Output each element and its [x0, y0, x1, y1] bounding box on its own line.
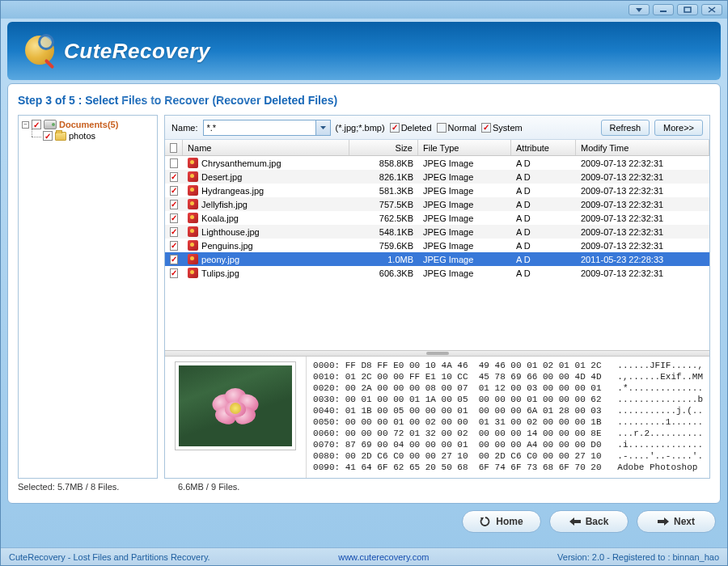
file-row[interactable]: Koala.jpg762.5KBJPEG ImageA D2009-07-13 …: [165, 211, 709, 225]
file-type: JPEG Image: [418, 158, 511, 168]
filter-pattern-input[interactable]: [203, 120, 316, 136]
home-button[interactable]: Home: [462, 510, 541, 533]
preview-splitter[interactable]: [165, 350, 709, 357]
status-selected: Selected: 5.7MB / 8 Files.: [18, 482, 178, 492]
file-time: 2011-05-23 22:28:33: [576, 255, 709, 264]
header-size[interactable]: Size: [349, 140, 418, 155]
header-modify-time[interactable]: Modify Time: [576, 140, 709, 155]
file-type: JPEG Image: [418, 213, 511, 223]
app-title-reflection: CuteRecovery: [121, 86, 262, 111]
folder-tree[interactable]: − Documents(5) photos: [18, 115, 158, 479]
file-size: 757.5KB: [349, 200, 418, 209]
tree-root-label: Documents(5): [59, 120, 118, 129]
home-label: Home: [496, 516, 523, 527]
deleted-checkbox[interactable]: [390, 123, 400, 133]
file-row[interactable]: Chrysanthemum.jpg858.8KBJPEG ImageA D200…: [165, 156, 709, 170]
file-checkbox[interactable]: [170, 268, 178, 278]
file-size: 762.5KB: [349, 213, 418, 223]
file-row[interactable]: Lighthouse.jpg548.1KBJPEG ImageA D2009-0…: [165, 225, 709, 239]
file-type: JPEG Image: [418, 186, 511, 196]
file-attribute: A D: [511, 172, 576, 182]
file-time: 2009-07-13 22:32:31: [576, 200, 709, 209]
collapse-icon[interactable]: −: [22, 121, 29, 129]
tree-child[interactable]: photos: [43, 130, 154, 142]
file-checkbox[interactable]: [170, 172, 178, 182]
header-name[interactable]: Name: [183, 140, 349, 155]
svg-rect-1: [660, 11, 667, 12]
image-file-icon: [188, 254, 198, 264]
system-checkbox[interactable]: [481, 123, 491, 133]
app-window: CuteRecovery CuteRecovery Step 3 of 5 : …: [0, 0, 728, 566]
file-type: JPEG Image: [418, 241, 511, 251]
svg-marker-8: [658, 517, 669, 526]
header-checkbox-col[interactable]: [165, 140, 183, 155]
file-time: 2009-07-13 22:32:31: [576, 186, 709, 196]
file-checkbox[interactable]: [170, 158, 178, 168]
refresh-icon: [480, 516, 491, 527]
file-checkbox[interactable]: [170, 213, 178, 223]
file-attribute: A D: [511, 255, 576, 264]
normal-checkbox[interactable]: [437, 123, 447, 133]
file-time: 2009-07-13 22:32:31: [576, 241, 709, 251]
file-row[interactable]: Penguins.jpg759.6KBJPEG ImageA D2009-07-…: [165, 239, 709, 252]
thumbnail-image: [179, 365, 292, 446]
file-list[interactable]: Chrysanthemum.jpg858.8KBJPEG ImageA D200…: [165, 156, 709, 350]
file-time: 2009-07-13 22:32:31: [576, 172, 709, 182]
svg-marker-0: [636, 8, 642, 12]
file-row[interactable]: peony.jpg1.0MBJPEG ImageA D2011-05-23 22…: [165, 252, 709, 266]
svg-marker-5: [320, 126, 326, 129]
file-row[interactable]: Hydrangeas.jpg581.3KBJPEG ImageA D2009-0…: [165, 184, 709, 197]
arrow-right-icon: [658, 517, 669, 526]
file-panel: Name: (*.jpg;*.bmp) Deleted Normal Syste…: [164, 115, 710, 479]
close-button[interactable]: [701, 4, 722, 15]
file-row[interactable]: Jellyfish.jpg757.5KBJPEG ImageA D2009-07…: [165, 197, 709, 211]
file-list-header: Name Size File Type Attribute Modify Tim…: [165, 140, 709, 156]
refresh-button[interactable]: Refresh: [601, 120, 650, 136]
image-file-icon: [188, 199, 198, 209]
file-checkbox[interactable]: [170, 227, 178, 237]
arrow-left-icon: [569, 517, 581, 526]
image-file-icon: [188, 171, 198, 182]
minimize-button[interactable]: [653, 4, 674, 15]
footer: CuteRecovery - Lost Files and Partitions…: [1, 547, 727, 565]
tree-root[interactable]: − Documents(5): [22, 119, 154, 130]
next-label: Next: [674, 516, 695, 527]
image-file-icon: [188, 158, 198, 168]
file-attribute: A D: [511, 227, 576, 237]
filter-dropdown-button[interactable]: [316, 120, 331, 136]
file-row[interactable]: Tulips.jpg606.3KBJPEG ImageA D2009-07-13…: [165, 266, 709, 280]
select-all-checkbox[interactable]: [170, 143, 177, 153]
file-name: Chrysanthemum.jpg: [201, 158, 281, 168]
image-file-icon: [188, 240, 198, 251]
file-type: JPEG Image: [418, 172, 511, 182]
file-checkbox[interactable]: [170, 255, 178, 264]
status-total: 6.6MB / 9 Files.: [178, 482, 239, 492]
file-checkbox[interactable]: [170, 241, 178, 251]
file-name: Hydrangeas.jpg: [201, 186, 264, 196]
file-checkbox[interactable]: [170, 200, 178, 209]
next-button[interactable]: Next: [637, 510, 716, 533]
file-size: 581.3KB: [349, 186, 418, 196]
file-size: 826.1KB: [349, 172, 418, 182]
file-type: JPEG Image: [418, 268, 511, 278]
thumbnail-box: [165, 357, 307, 478]
normal-label: Normal: [448, 123, 476, 133]
tree-child-label: photos: [69, 131, 95, 141]
image-file-icon: [188, 226, 198, 237]
footer-url[interactable]: www.cuterecovery.com: [338, 552, 429, 562]
file-row[interactable]: Desert.jpg826.1KBJPEG ImageA D2009-07-13…: [165, 170, 709, 184]
back-label: Back: [586, 516, 609, 527]
menu-button[interactable]: [629, 4, 650, 15]
header-attribute[interactable]: Attribute: [511, 140, 576, 155]
system-label: System: [493, 123, 523, 133]
tree-checkbox[interactable]: [43, 131, 53, 141]
file-checkbox[interactable]: [170, 186, 178, 196]
svg-marker-7: [569, 517, 581, 526]
file-attribute: A D: [511, 200, 576, 209]
more-button[interactable]: More>>: [654, 120, 703, 136]
hex-preview[interactable]: 0000: FF D8 FF E0 00 10 4A 46 49 46 00 0…: [307, 357, 709, 478]
header-type[interactable]: File Type: [418, 140, 511, 155]
back-button[interactable]: Back: [549, 510, 629, 533]
maximize-button[interactable]: [677, 4, 698, 15]
footer-version: Version: 2.0 - Registered to : binnan_ha…: [557, 552, 719, 562]
